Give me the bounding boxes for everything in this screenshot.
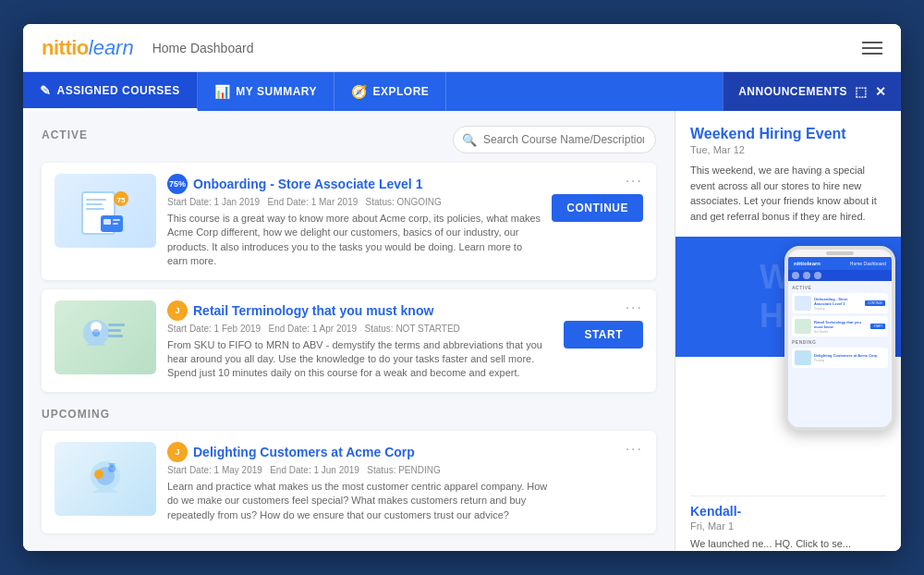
phone-thumb-3 bbox=[795, 350, 811, 365]
course-title-1: 75% Onboarding - Store Associate Level 1 bbox=[167, 174, 541, 194]
tab-my-summary[interactable]: 📊 MY SUMMARY bbox=[198, 72, 334, 111]
phone-card-btn-1: CONTINUE bbox=[865, 300, 885, 306]
edit-icon: ✎ bbox=[40, 83, 52, 98]
course-desc-1: This course is a great way to know more … bbox=[167, 212, 541, 269]
course-thumb-3 bbox=[55, 442, 156, 516]
left-panel: ACTIVE 🔍 75 bbox=[23, 111, 675, 551]
tab-explore-label: EXPLORE bbox=[373, 85, 430, 98]
svg-rect-7 bbox=[103, 219, 111, 225]
course-illustration-3 bbox=[73, 447, 138, 511]
continue-button-1[interactable]: CONTINUE bbox=[552, 194, 643, 222]
app-window: nittio learn Home Dashboard ✎ ASSIGNED C… bbox=[23, 24, 901, 551]
phone-header-subtitle: Home Dashboard bbox=[850, 261, 886, 266]
logo-nittio: nittio bbox=[42, 36, 89, 60]
chart-icon: 📊 bbox=[214, 84, 231, 99]
course-meta-3: Start Date: 1 May 2019 End Date: 1 Jun 2… bbox=[167, 465, 549, 475]
progress-badge-3: J bbox=[167, 442, 188, 462]
svg-point-12 bbox=[92, 329, 100, 336]
phone-card-text-1: Onboarding - Store Associate Level 1 Ong… bbox=[814, 297, 862, 311]
announcement-desc-2: We launched ne... HQ. Click to se... bbox=[690, 537, 886, 551]
course-meta-2: Start Date: 1 Feb 2019 End Date: 1 Apr 2… bbox=[167, 324, 549, 334]
more-options-2[interactable]: ··· bbox=[626, 300, 643, 315]
announcement-title-2: Kendall- bbox=[690, 504, 886, 519]
header-title: Home Dashboard bbox=[152, 41, 254, 55]
svg-rect-3 bbox=[86, 208, 104, 210]
announcement-2: Kendall- Fri, Mar 1 We launched ne... HQ… bbox=[690, 495, 886, 551]
course-thumb-1: 75 bbox=[55, 174, 156, 248]
course-desc-3: Learn and practice what makes us the mos… bbox=[167, 480, 549, 522]
tab-assigned-courses[interactable]: ✎ ASSIGNED COURSES bbox=[23, 72, 198, 111]
more-options-3[interactable]: ··· bbox=[626, 442, 643, 457]
search-input[interactable] bbox=[453, 126, 656, 153]
compass-icon: 🧭 bbox=[351, 84, 368, 99]
nav-bar: ✎ ASSIGNED COURSES 📊 MY SUMMARY 🧭 EXPLOR… bbox=[23, 72, 901, 111]
phone-nav bbox=[788, 270, 892, 281]
phone-card-sub-1: Ongoing bbox=[814, 307, 862, 311]
external-link-icon[interactable]: ⬚ bbox=[855, 84, 868, 99]
course-card-1: 75 75% Onboarding - Store Associate Leve… bbox=[42, 163, 656, 280]
course-info-1: 75% Onboarding - Store Associate Level 1… bbox=[167, 174, 541, 269]
course-card-3: J Delighting Customers at Acme Corp Star… bbox=[42, 431, 656, 533]
right-panel: Weekend Hiring Event Tue, Mar 12 This we… bbox=[675, 111, 901, 551]
announcement-date-1: Tue, Mar 12 bbox=[690, 144, 886, 155]
nav-spacer bbox=[446, 72, 723, 111]
svg-point-18 bbox=[94, 470, 103, 479]
course-title-2: J Retail Terminology that you must know bbox=[167, 300, 549, 321]
course-info-2: J Retail Terminology that you must know … bbox=[167, 300, 549, 381]
search-icon: 🔍 bbox=[462, 133, 477, 147]
phone-logo: nittiolearn bbox=[794, 261, 821, 266]
course-illustration-1: 75 bbox=[73, 178, 138, 243]
phone-nav-dot-2 bbox=[803, 272, 810, 279]
logo: nittio learn bbox=[42, 36, 134, 60]
phone-card-sub-2: Not Started bbox=[814, 330, 868, 334]
course-illustration-2 bbox=[73, 305, 138, 370]
phone-header: nittiolearn Home Dashboard bbox=[788, 257, 892, 270]
phone-pending-label: PENDING bbox=[792, 339, 888, 345]
announcements-label: ANNOUNCEMENTS bbox=[738, 85, 847, 98]
hamburger-menu[interactable] bbox=[862, 42, 882, 55]
start-button-2[interactable]: START bbox=[564, 321, 643, 349]
phone-notch bbox=[826, 251, 854, 255]
course-action-1: ··· CONTINUE bbox=[552, 174, 643, 222]
phone-card-btn-2: START bbox=[870, 324, 885, 329]
course-desc-2: From SKU to FIFO to MRN to ABV - demysti… bbox=[167, 338, 549, 381]
svg-rect-8 bbox=[113, 219, 120, 221]
progress-badge-1: 75% bbox=[167, 174, 188, 194]
phone-card-1: Onboarding - Store Associate Level 1 Ong… bbox=[792, 293, 888, 313]
svg-rect-9 bbox=[113, 223, 118, 225]
phone-active-label: ACTIVE bbox=[792, 285, 888, 290]
hamburger-line-3 bbox=[862, 53, 882, 55]
logo-learn: learn bbox=[89, 36, 134, 60]
active-section-label: ACTIVE bbox=[42, 128, 88, 141]
phone-content: ACTIVE Onboarding - Store Associate Leve… bbox=[788, 281, 892, 431]
phone-thumb-1 bbox=[795, 296, 811, 311]
more-options-1[interactable]: ··· bbox=[626, 174, 643, 189]
phone-card-title-1: Onboarding - Store Associate Level 1 bbox=[814, 297, 862, 306]
hamburger-line-1 bbox=[862, 42, 882, 43]
hamburger-line-2 bbox=[862, 47, 882, 49]
phone-nav-dot-1 bbox=[792, 272, 799, 279]
close-icon[interactable]: ✕ bbox=[875, 84, 887, 99]
phone-area: WEHI nittiolearn Home Dashboard bbox=[690, 237, 886, 422]
phone-nav-dot-3 bbox=[814, 272, 821, 279]
phone-card-text-2: Retail Technology that you must know Not… bbox=[814, 320, 868, 334]
phone-card-3: Delighting Customers at Acme Corp Pendin… bbox=[792, 348, 888, 368]
course-meta-1: Start Date: 1 Jan 2019 End Date: 1 Mar 2… bbox=[167, 197, 541, 207]
header: nittio learn Home Dashboard bbox=[23, 24, 901, 72]
phone-screen: nittiolearn Home Dashboard ACTIVE bbox=[788, 257, 892, 431]
phone-card-text-3: Delighting Customers at Acme Corp Pendin… bbox=[814, 353, 885, 362]
phone-card-title-2: Retail Technology that you must know bbox=[814, 320, 868, 329]
course-action-3: ··· bbox=[560, 442, 643, 457]
tab-explore[interactable]: 🧭 EXPLORE bbox=[334, 72, 446, 111]
upcoming-section: UPCOMING bbox=[42, 405, 656, 533]
phone-thumb-2 bbox=[795, 319, 811, 334]
svg-rect-2 bbox=[86, 203, 103, 205]
tab-assigned-courses-label: ASSIGNED COURSES bbox=[57, 84, 180, 97]
progress-badge-2: J bbox=[167, 300, 188, 321]
svg-rect-1 bbox=[86, 199, 106, 201]
active-section: ACTIVE 🔍 75 bbox=[42, 126, 656, 392]
tab-my-summary-label: MY SUMMARY bbox=[236, 85, 317, 98]
course-card-2: J Retail Terminology that you must know … bbox=[42, 289, 656, 392]
phone-card-title-3: Delighting Customers at Acme Corp bbox=[814, 353, 885, 358]
search-bar: 🔍 bbox=[453, 126, 656, 153]
